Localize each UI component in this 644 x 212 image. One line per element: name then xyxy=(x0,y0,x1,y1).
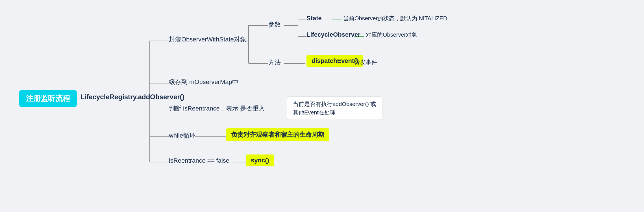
diagram-container: 注册监听流程 LifecycleRegistry.addObserver() 封… xyxy=(0,0,644,212)
branch3-node: 判断 isReentrance，表示 是否重入 xyxy=(169,104,265,113)
state-label-node: State xyxy=(306,15,322,22)
sync-label-node: sync() xyxy=(246,154,274,166)
params-label: 参数 xyxy=(268,20,281,29)
state-desc-node: 当前Observer的状态，默认为INITALIZED xyxy=(343,15,447,22)
dispatch-desc-node: 分发事件 xyxy=(354,58,377,66)
branch2-node: 缓存到 mObserverMap中 xyxy=(169,78,238,86)
branch1-node: 封装ObserverWithState对象 xyxy=(169,35,246,44)
root-node: 注册监听流程 xyxy=(19,90,77,107)
reentrance-desc-node: 当前是否有执行addObserver() 或其他Event在处理 xyxy=(287,96,382,120)
method-label: 方法 xyxy=(268,58,281,67)
branch4-node: while循环 xyxy=(169,131,195,140)
while-desc-node: 负责对齐观察者和宿主的生命周期 xyxy=(226,128,329,141)
lifecycle-desc-node: 对应的Observer对象 xyxy=(366,31,417,39)
main-node: LifecycleRegistry.addObserver() xyxy=(80,93,184,101)
branch5-node: isReentrance == false xyxy=(169,157,229,164)
lifecycle-label-node: LifecycleObserver xyxy=(306,31,360,38)
